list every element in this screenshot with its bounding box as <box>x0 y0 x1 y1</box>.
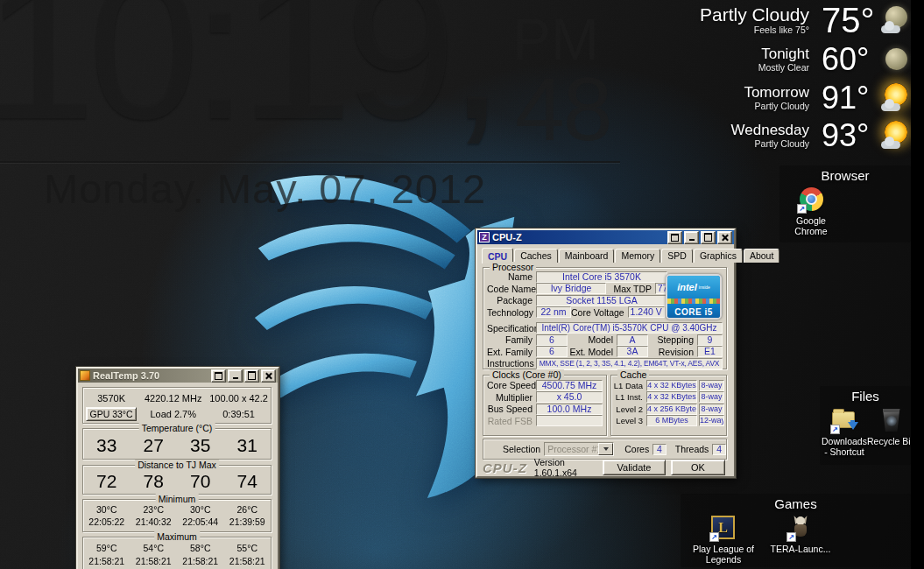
level3-way-field: 12-way <box>699 415 724 426</box>
threads-field: 4 <box>712 444 726 455</box>
selection-group: Selection Processor #1 Cores 4 Threads 4 <box>483 439 727 460</box>
tjmax-distance: 70 <box>177 471 224 492</box>
realtemp-titlebar[interactable]: RealTemp 3.70 <box>78 369 278 383</box>
weather-temp: 75° <box>815 1 874 40</box>
desktop: 10:19, PM 48 Monday. May. 07. 2012 Partl… <box>0 0 924 569</box>
level3-field: 6 MBytes <box>646 415 697 426</box>
cpuz-close-button[interactable] <box>717 231 732 244</box>
cpuz-pin-button[interactable] <box>667 231 682 244</box>
recycle-bin[interactable]: Recycle Bin <box>867 407 915 458</box>
realtemp-title: RealTemp 3.70 <box>93 370 208 381</box>
stepping-field: 9 <box>697 334 723 346</box>
tjmax-distance: 78 <box>130 471 178 492</box>
distance-group: Distance to TJ Max 72 78 70 74 <box>82 465 272 495</box>
weather-sub: Mostly Clear <box>666 62 809 73</box>
downloads-shortcut[interactable]: ↗ Downloads - Shortcut <box>822 407 867 458</box>
ok-button[interactable]: OK <box>671 460 725 475</box>
chrome-icon: ↗ <box>798 186 824 213</box>
tab-graphics[interactable]: Graphics <box>694 249 743 263</box>
fence-games: Games L ↗ Play League of Legends ↗ TERA-… <box>681 494 911 567</box>
cpuz-app-icon: Z <box>479 232 490 242</box>
cache-group: Cache L1 Data 4 x 32 KBytes 8-way L1 Ins… <box>610 375 727 436</box>
package-field: Socket 1155 LGA <box>536 295 667 306</box>
realtemp-minimize-button[interactable] <box>228 369 243 383</box>
league-of-legends-shortcut[interactable]: L ↗ Play League of Legends <box>684 515 763 565</box>
min-temp: 26°C <box>224 504 272 515</box>
model-field: A <box>617 334 648 346</box>
core-temp: 31 <box>224 435 272 456</box>
cpuz-maximize-button[interactable] <box>701 231 716 244</box>
downloads-folder-icon: ↗ <box>831 407 857 433</box>
tera-launcher-shortcut[interactable]: ↗ TERA-Launc... <box>763 515 838 565</box>
max-time: 21:58:21 <box>130 556 178 566</box>
sun-cloud-icon <box>879 119 913 152</box>
fence-files-label: Files <box>820 386 911 404</box>
weather-current[interactable]: Partly Cloudy Feels like 75° 75° <box>666 2 913 39</box>
family-field: 6 <box>536 334 568 346</box>
level2-field: 4 x 256 KBytes <box>646 404 697 415</box>
level2-way-field: 8-way <box>699 404 724 415</box>
cpuz-footer: CPU-Z Version 1.60.1.x64 Validate OK <box>483 460 725 475</box>
cores-field: 4 <box>652 444 667 455</box>
minimum-group: Minimum 30°C 23°C 30°C 26°C 22:05:22 21:… <box>82 499 272 532</box>
weather-temp: 93° <box>815 117 874 154</box>
weather-wednesday[interactable]: Wednesday Partly Cloudy 93° <box>666 117 913 154</box>
fence-browser: Browser ↗ Google Chrome <box>779 165 911 242</box>
weather-tomorrow[interactable]: Tomorrow Partly Cloudy 91° <box>666 80 913 116</box>
google-chrome-shortcut[interactable]: ↗ Google Chrome <box>786 186 836 237</box>
realtemp-pin-button[interactable] <box>211 369 226 383</box>
instructions-field: MMX, SSE (1, 2, 3, 3S, 4.1, 4.2), EM64T,… <box>536 358 723 369</box>
l1-inst-way-field: 8-way <box>699 391 724 403</box>
icon-label: Play League of Legends <box>684 544 763 565</box>
tab-mainboard[interactable]: Mainboard <box>559 249 615 263</box>
cpuz-titlebar[interactable]: Z CPU-Z <box>477 230 734 244</box>
shortcut-arrow-icon: ↗ <box>830 425 840 434</box>
tab-memory[interactable]: Memory <box>615 249 660 263</box>
core-speed-field: 4500.75 MHz <box>536 380 603 391</box>
maximum-group: Maximum 59°C 54°C 58°C 55°C 21:58:21 21:… <box>82 537 272 569</box>
clocks-group: Clocks (Core #0) Core Speed 4500.75 MHz … <box>483 375 607 436</box>
cpu-load: Load 2.7% <box>139 409 207 419</box>
fence-games-label: Games <box>681 494 911 511</box>
core-temp: 27 <box>130 435 178 456</box>
cpuz-minimize-button[interactable] <box>684 231 699 244</box>
multiplier-field: x 45.0 <box>536 391 603 403</box>
weather-sub: Partly Cloudy <box>666 101 809 111</box>
icon-label: Downloads - Shortcut <box>822 436 867 458</box>
version-text: Version 1.60.1.x64 <box>534 457 603 478</box>
weather-condition: Partly Cloudy <box>666 5 809 25</box>
realtemp-window: RealTemp 3.70 3570K 4220.12 MHz 100.00 x… <box>76 367 279 569</box>
weather-label: Tonight <box>666 46 809 62</box>
icon-label: Google Chrome <box>786 215 836 237</box>
icon-label: Recycle Bin <box>867 436 915 446</box>
core-voltage-field: 1.240 V <box>628 306 665 318</box>
revision-field: E1 <box>697 346 723 357</box>
max-temp: 55°C <box>224 543 272 553</box>
specification-field: Intel(R) Core(TM) i5-3570K CPU @ 3.40GHz <box>536 322 723 334</box>
weather-label: Tomorrow <box>666 85 809 101</box>
max-time: 21:58:21 <box>224 556 272 566</box>
core-temp: 33 <box>83 435 130 456</box>
cpuz-title: CPU-Z <box>492 232 665 242</box>
min-time: 21:39:59 <box>224 516 272 527</box>
league-of-legends-icon: L ↗ <box>710 515 737 541</box>
l1-data-field: 4 x 32 KBytes <box>646 380 697 391</box>
weather-temp: 91° <box>815 80 874 116</box>
gpu-temp-button[interactable]: GPU 33°C <box>86 407 137 421</box>
cpuz-tabs: CPU Caches Mainboard Memory SPD Graphics… <box>482 247 780 263</box>
tab-caches[interactable]: Caches <box>514 249 558 263</box>
tjmax-distance: 72 <box>83 471 130 492</box>
fence-files: Files ↗ Downloads - Shortcut Recycle Bin <box>820 386 911 465</box>
realtemp-maximize-button[interactable] <box>244 369 259 383</box>
realtemp-close-button[interactable] <box>261 369 276 383</box>
weather-label: Wednesday <box>666 123 809 138</box>
validate-button[interactable]: Validate <box>603 460 666 475</box>
shortcut-arrow-icon: ↗ <box>786 532 796 542</box>
tab-about[interactable]: About <box>744 249 779 263</box>
weather-tonight[interactable]: Tonight Mostly Clear 60° <box>666 41 913 78</box>
min-time: 22:05:22 <box>83 516 130 527</box>
tab-spd[interactable]: SPD <box>661 249 693 263</box>
dropdown-arrow-icon[interactable] <box>598 443 613 455</box>
processor-select[interactable]: Processor #1 <box>544 442 614 456</box>
l1-inst-field: 4 x 32 KBytes <box>646 391 697 403</box>
